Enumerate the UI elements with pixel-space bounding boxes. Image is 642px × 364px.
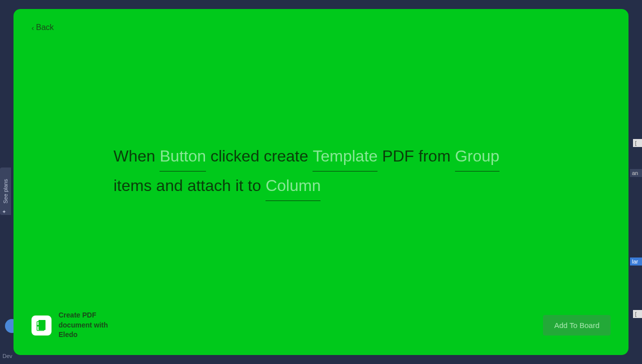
column-placeholder[interactable]: Column: [266, 172, 320, 201]
sentence-text: clicked create: [206, 147, 312, 165]
footer-app-info: Create PDF document with Eledo: [32, 310, 118, 340]
sparkle-icon: ✦: [2, 209, 6, 214]
back-label: Back: [36, 23, 54, 32]
see-plans-tab[interactable]: See plans: [0, 168, 11, 215]
right-edge-fragment: [: [633, 139, 642, 147]
right-edge-fragment: an: [630, 169, 642, 177]
modal-footer: Create PDF document with Eledo Add To Bo…: [14, 310, 628, 355]
modal-header: ‹ Back: [14, 9, 628, 32]
template-placeholder[interactable]: Template: [312, 142, 378, 172]
recipe-sentence: When Button clicked create Template PDF …: [114, 142, 528, 201]
right-edge-fragment: [: [633, 310, 642, 318]
button-placeholder[interactable]: Button: [160, 142, 206, 172]
sentence-text: items and attach it to: [114, 176, 266, 194]
dev-label: Dev: [2, 353, 12, 359]
group-placeholder[interactable]: Group: [455, 142, 500, 172]
modal-content: When Button clicked create Template PDF …: [14, 32, 628, 311]
sentence-text: When: [114, 147, 160, 165]
app-icon: [32, 316, 52, 336]
right-edge-fragment: lar: [630, 258, 642, 266]
automation-recipe-modal: ‹ Back When Button clicked create Templa…: [14, 9, 628, 355]
app-title: Create PDF document with Eledo: [58, 310, 118, 340]
back-button[interactable]: ‹ Back: [32, 23, 54, 32]
add-to-board-button[interactable]: Add To Board: [543, 315, 610, 336]
see-plans-label: See plans: [2, 179, 8, 204]
sentence-text: PDF from: [378, 147, 455, 165]
document-icon: [36, 320, 46, 331]
chevron-left-icon: ‹: [32, 24, 34, 32]
